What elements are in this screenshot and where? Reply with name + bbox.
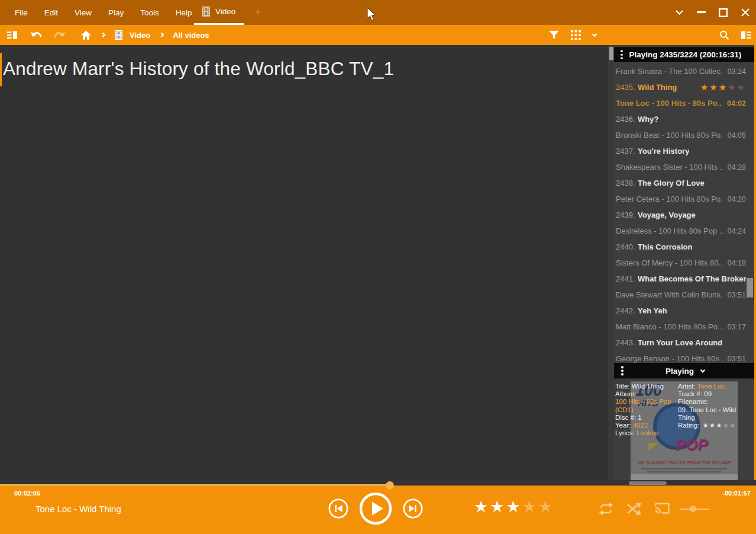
playlist-track-title-row[interactable]: 2441.What Becomes Of The Broken ... — [614, 271, 756, 287]
search-icon[interactable] — [719, 30, 729, 40]
playlist-track-title-row[interactable]: 2435.Wild Thing★★★★★ — [614, 79, 756, 95]
star-icon: ★ — [700, 82, 709, 92]
info-label: Year: — [615, 422, 633, 429]
breadcrumb-current[interactable]: All videos — [173, 31, 209, 40]
view-options-chevron-icon[interactable] — [592, 31, 597, 36]
track-number: 2437. — [616, 147, 638, 156]
album-art-caption: 100 CLASSIC TRACKS FROM THE DECADE — [631, 461, 738, 465]
rating-stars[interactable]: ★★★★★ — [700, 83, 746, 92]
track-artist-album: Peter Cetera - 100 Hits 80s Po... — [616, 195, 723, 203]
playlist-track-artist-row[interactable]: Dave Stewart With Colin Bluns...03:51 — [614, 287, 756, 303]
playlist-header[interactable]: Playing 2435/3224 (200:16:31) — [614, 47, 756, 62]
star-icon[interactable]: ★ — [506, 498, 522, 516]
cast-icon[interactable] — [654, 503, 670, 514]
menu-item-file[interactable]: File — [7, 0, 36, 25]
now-playing-header[interactable]: Playing — [614, 363, 756, 378]
repeat-icon[interactable] — [598, 503, 614, 515]
playlist-track-artist-row[interactable]: Matt Bianco - 100 Hits 80s Po...03:17 — [614, 319, 756, 335]
track-title: The Glory Of Love — [638, 179, 705, 187]
next-button[interactable] — [403, 499, 423, 519]
video-title[interactable]: Andrew Marr's History of the World_BBC T… — [3, 58, 394, 80]
previous-button[interactable] — [328, 499, 348, 519]
album-art-strip — [631, 474, 738, 480]
playlist-track-artist-row[interactable]: Tone Loc - 100 Hits - 80s Po...04:02 — [614, 95, 756, 111]
menu-item-edit[interactable]: Edit — [36, 0, 66, 25]
grid-view-icon[interactable] — [571, 30, 581, 40]
playlist-track-title-row[interactable]: 2439.Voyage, Voyage — [614, 207, 756, 223]
volume-slider[interactable] — [680, 503, 709, 514]
playlist-header-label: Playing 2435/3224 (200:16:31) — [629, 50, 742, 59]
media-tree-toggle-icon[interactable] — [7, 25, 17, 45]
volume-handle[interactable] — [690, 506, 696, 512]
breadcrumb-chevron-icon — [101, 33, 105, 37]
info-link[interactable]: 4022 — [633, 422, 648, 429]
track-number: 2442. — [616, 306, 638, 315]
star-icon[interactable]: ★ — [522, 498, 538, 516]
close-button[interactable] — [734, 0, 756, 25]
collapse-chevron-icon[interactable] — [700, 367, 705, 372]
info-link[interactable]: 100 Hits - 80s Pop — [615, 398, 671, 405]
window-menu-chevron-icon[interactable] — [668, 0, 690, 25]
star-icon: ★ — [709, 422, 716, 429]
now-playing-info-line: 100 Hits - 80s Pop — [615, 398, 677, 406]
track-artist-album: Shakespears Sister - 100 Hits ... — [616, 163, 723, 171]
playlist-track-title-row[interactable]: 2442.Yeh Yeh — [614, 303, 756, 319]
current-track-label[interactable]: Tone Loc - Wild Thing — [35, 504, 121, 514]
playing-list-panel: Playing 2435/3224 (200:16:31) Frank Sina… — [614, 45, 756, 480]
track-duration: 04:18 — [728, 259, 746, 267]
undo-icon[interactable] — [30, 25, 43, 45]
track-duration: 04:05 — [728, 131, 746, 140]
home-icon[interactable] — [81, 25, 91, 45]
player-rating-stars[interactable]: ★★★★★ — [474, 499, 554, 515]
playlist-track-artist-row[interactable]: Bronski Beat - 100 Hits 80s Po...04:05 — [614, 127, 756, 143]
playlist-track-title-row[interactable]: 2438.The Glory Of Love — [614, 175, 756, 191]
playlist-track-title-row[interactable]: 2437.You're History — [614, 143, 756, 159]
star-icon: ★ — [730, 422, 736, 429]
info-value: 09 — [704, 390, 712, 397]
playlist-scrollbar-thumb[interactable] — [747, 278, 753, 297]
menu-item-view[interactable]: View — [66, 0, 100, 25]
redo-icon[interactable] — [53, 25, 66, 45]
breadcrumb-root[interactable]: Video — [130, 31, 150, 40]
track-title: Wild Thing — [638, 83, 677, 92]
info-link[interactable]: Lookup — [637, 429, 659, 436]
shuffle-icon[interactable] — [626, 503, 642, 515]
panel-layout-icon[interactable] — [741, 31, 751, 39]
star-icon[interactable]: ★ — [474, 498, 490, 516]
playlist-track-title-row[interactable]: 2443.Turn Your Love Around — [614, 335, 756, 351]
tab-video[interactable]: Video — [194, 0, 244, 25]
star-icon: ★ — [719, 82, 728, 92]
playlist-track-artist-row[interactable]: Desireless - 100 Hits 80s Pop ...04:24 — [614, 223, 756, 239]
minimize-button[interactable] — [690, 0, 712, 25]
now-playing-info-line: Filename: — [678, 398, 750, 406]
playlist-track-artist-row[interactable]: Peter Cetera - 100 Hits 80s Po...04:20 — [614, 191, 756, 207]
star-icon[interactable]: ★ — [490, 498, 506, 516]
track-number: 2438. — [616, 179, 638, 187]
track-number: 2436. — [616, 115, 638, 124]
new-tab-button[interactable]: + — [250, 0, 266, 25]
info-hscrollbar-thumb[interactable] — [629, 481, 667, 485]
playlist-track-artist-row[interactable]: Frank Sinatra - The 100 Collec...03:24 — [614, 63, 756, 79]
play-button[interactable] — [359, 492, 392, 525]
filter-icon[interactable] — [549, 31, 559, 40]
kebab-menu-icon[interactable] — [621, 50, 623, 60]
main-scrollbar[interactable] — [608, 45, 614, 480]
info-label: Title: — [615, 383, 632, 390]
maximize-button[interactable] — [712, 0, 734, 25]
main-scrollbar-thumb[interactable] — [609, 47, 613, 60]
playlist-track-artist-row[interactable]: Sisters Of Mercy - 100 Hits 80...04:18 — [614, 255, 756, 271]
info-label: Track #: — [678, 390, 704, 397]
menu-item-tools[interactable]: Tools — [132, 0, 167, 25]
star-icon[interactable]: ★ — [538, 498, 554, 516]
track-artist-album: Matt Bianco - 100 Hits 80s Po... — [616, 322, 723, 331]
now-playing-info-line: Track #: 09 — [678, 390, 750, 398]
kebab-menu-icon[interactable] — [621, 366, 623, 376]
info-link[interactable]: Tone Loc — [697, 383, 725, 390]
playlist-track-title-row[interactable]: 2440.This Corrosion — [614, 239, 756, 255]
playlist-track-artist-row[interactable]: Shakespears Sister - 100 Hits ...04:28 — [614, 159, 756, 175]
info-link[interactable]: (CD1) — [615, 406, 634, 413]
playlist-track-title-row[interactable]: 2436.Why? — [614, 111, 756, 127]
seek-bar[interactable] — [0, 480, 756, 486]
rating-stars[interactable]: ★★★★★ — [703, 422, 736, 429]
menu-item-play[interactable]: Play — [100, 0, 132, 25]
